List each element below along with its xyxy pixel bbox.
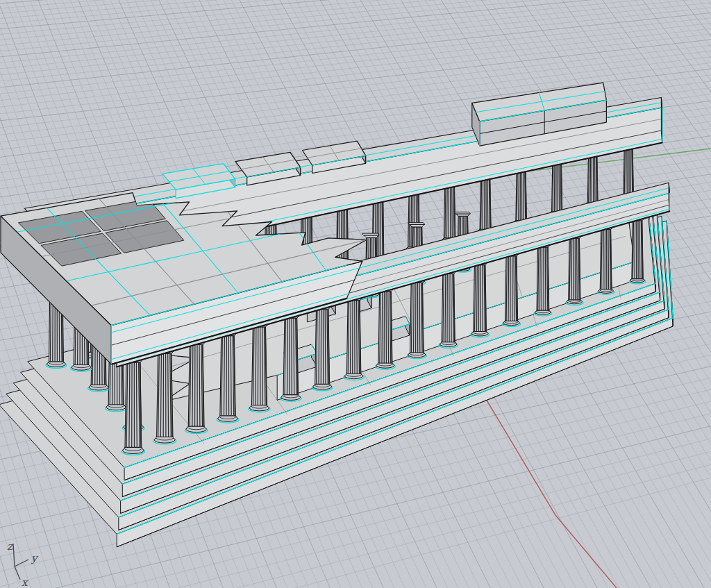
viewport-3d[interactable]: z y x (0, 0, 711, 588)
gizmo-z-label: z (7, 540, 14, 553)
axis-gizmo: z y x (0, 519, 83, 588)
gizmo-y-label: y (31, 552, 39, 564)
temple-model[interactable] (0, 83, 673, 547)
scene-svg[interactable] (0, 0, 711, 588)
gizmo-x-label: x (22, 576, 28, 588)
